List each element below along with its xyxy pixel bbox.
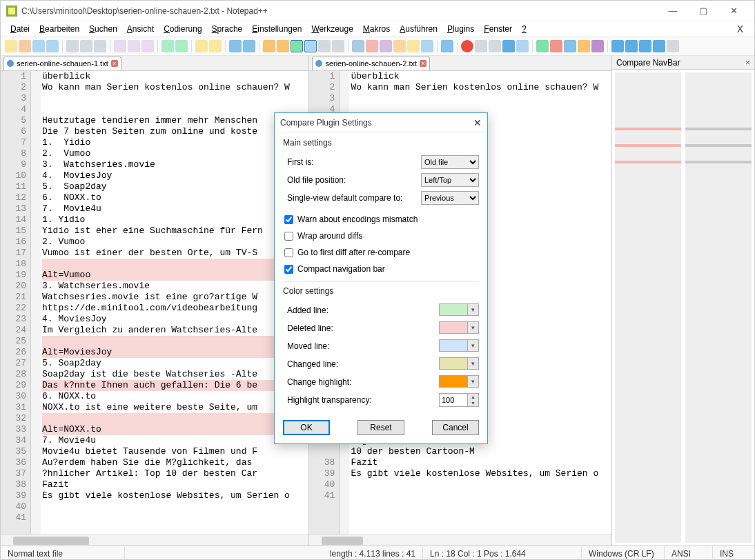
reset-button[interactable]: Reset bbox=[357, 420, 404, 435]
ok-button[interactable]: OK bbox=[283, 420, 330, 435]
status-ins[interactable]: INS bbox=[713, 546, 754, 560]
tool-clear-icon[interactable] bbox=[550, 40, 562, 52]
tool-zoomin-icon[interactable] bbox=[229, 40, 242, 52]
menu-bearbeiten[interactable]: Bearbeiten bbox=[35, 23, 84, 35]
maximize-button[interactable]: ▢ bbox=[688, 1, 718, 21]
added-color[interactable]: ▾ bbox=[439, 303, 479, 316]
status-encoding[interactable]: ANSI bbox=[665, 546, 713, 560]
right-tab[interactable]: serien-online-schauen-2.txt × bbox=[312, 57, 430, 70]
deleted-color[interactable]: ▾ bbox=[439, 321, 479, 334]
cancel-button[interactable]: Cancel bbox=[432, 420, 479, 435]
menu-makros[interactable]: Makros bbox=[359, 23, 394, 35]
tool-sync-v-icon[interactable] bbox=[263, 40, 275, 52]
chk-goto-input[interactable] bbox=[284, 248, 293, 257]
tool-playmulti-icon[interactable] bbox=[502, 40, 515, 52]
spin-down-icon[interactable]: ▼ bbox=[468, 400, 478, 406]
chk-compact-input[interactable] bbox=[284, 265, 293, 274]
tool-close-icon[interactable] bbox=[66, 40, 79, 52]
chk-goto[interactable]: Go to first diff after re-compare bbox=[283, 244, 479, 261]
menu-help[interactable]: ? bbox=[518, 23, 531, 35]
tool-paste-icon[interactable] bbox=[141, 40, 154, 52]
left-tab[interactable]: serien-online-schauen-1.txt × bbox=[3, 57, 121, 70]
tool-nav2-icon[interactable] bbox=[625, 40, 638, 52]
tool-replace-icon[interactable] bbox=[209, 40, 222, 52]
chk-warn[interactable]: Warn about encodings mismatch bbox=[283, 211, 479, 228]
close-tab-icon[interactable]: × bbox=[420, 60, 426, 67]
menu-werkzeuge[interactable]: Werkzeuge bbox=[307, 23, 357, 35]
hl-trans-spin[interactable]: ▲▼ bbox=[439, 393, 479, 407]
menu-plugins[interactable]: Plugins bbox=[443, 23, 478, 35]
close-tab-icon[interactable]: × bbox=[111, 60, 118, 67]
tool-docmap-icon[interactable] bbox=[421, 40, 433, 52]
tool-allchars-icon[interactable] bbox=[304, 40, 317, 52]
dialog-close-icon[interactable]: ✕ bbox=[473, 117, 482, 128]
first-is-select[interactable]: Old file bbox=[421, 155, 479, 169]
spin-up-icon[interactable]: ▲ bbox=[468, 394, 478, 400]
tool-redo-icon[interactable] bbox=[175, 40, 188, 52]
nav-col-right[interactable] bbox=[685, 72, 752, 543]
hl-trans-input[interactable] bbox=[440, 394, 467, 406]
menu-ansicht[interactable]: Ansicht bbox=[123, 23, 158, 35]
dialog-titlebar[interactable]: Compare Plugin Settings ✕ bbox=[275, 113, 487, 132]
menu-suchen[interactable]: Suchen bbox=[85, 23, 121, 35]
close-button[interactable]: ✕ bbox=[718, 1, 749, 21]
tool-copy-icon[interactable] bbox=[128, 40, 140, 52]
tool-last-icon[interactable] bbox=[667, 40, 679, 52]
menu-codierung[interactable]: Codierung bbox=[159, 23, 206, 35]
chk-wrap[interactable]: Wrap around diffs bbox=[283, 228, 479, 244]
minimize-button[interactable]: — bbox=[658, 1, 688, 21]
tool-guide-icon[interactable] bbox=[332, 40, 344, 52]
tool-lang-icon[interactable] bbox=[352, 40, 364, 52]
tool-doc-icon[interactable] bbox=[393, 40, 406, 52]
highlight-color[interactable]: ▾ bbox=[439, 375, 479, 388]
tool-save-icon[interactable] bbox=[32, 40, 45, 52]
tool-print-icon[interactable] bbox=[94, 40, 106, 52]
tool-savemacro-icon[interactable] bbox=[516, 40, 529, 52]
tool-indent-icon[interactable] bbox=[318, 40, 331, 52]
tool-open-icon[interactable] bbox=[19, 40, 31, 52]
nav-col-left[interactable] bbox=[615, 72, 681, 543]
tool-undo-icon[interactable] bbox=[161, 40, 174, 52]
tool-stop-icon[interactable] bbox=[475, 40, 487, 52]
chk-compact[interactable]: Compact navigation bar bbox=[283, 261, 479, 277]
tool-next-icon[interactable] bbox=[591, 40, 604, 52]
left-editor[interactable]: 1234567891011121314151617181920212223242… bbox=[1, 71, 308, 534]
tool-closeall-icon[interactable] bbox=[80, 40, 92, 52]
tool-func-icon[interactable] bbox=[366, 40, 378, 52]
menu-datei[interactable]: Datei bbox=[6, 23, 34, 35]
menu-einstellungen[interactable]: Einstellungen bbox=[248, 23, 306, 35]
tool-wrap-icon[interactable] bbox=[291, 40, 303, 52]
moved-color[interactable]: ▾ bbox=[439, 339, 479, 352]
tool-map-icon[interactable] bbox=[407, 40, 420, 52]
tool-find-icon[interactable] bbox=[195, 40, 208, 52]
tool-saveall-icon[interactable] bbox=[46, 40, 59, 52]
menu-fenster[interactable]: Fenster bbox=[480, 23, 516, 35]
tool-folder-icon[interactable] bbox=[380, 40, 392, 52]
chk-warn-input[interactable] bbox=[284, 215, 293, 224]
left-hscrollbar[interactable] bbox=[1, 534, 308, 546]
tool-nav3-icon[interactable] bbox=[639, 40, 651, 52]
tool-nav1-icon[interactable] bbox=[611, 40, 624, 52]
tool-cut-icon[interactable] bbox=[114, 40, 126, 52]
tool-new-icon[interactable] bbox=[5, 40, 17, 52]
menu-sprache[interactable]: Sprache bbox=[208, 23, 247, 35]
single-view-select[interactable]: Previous bbox=[421, 191, 479, 205]
menu-close-icon[interactable]: X bbox=[732, 23, 749, 34]
tool-first-icon[interactable] bbox=[564, 40, 576, 52]
tool-play-icon[interactable] bbox=[489, 40, 501, 52]
panel-close-icon[interactable]: × bbox=[745, 58, 750, 68]
tool-compare-icon[interactable] bbox=[536, 40, 549, 52]
chk-wrap-input[interactable] bbox=[284, 232, 293, 241]
tool-nav4-icon[interactable] bbox=[653, 40, 665, 52]
right-hscrollbar[interactable] bbox=[309, 534, 611, 546]
tool-prev-icon[interactable] bbox=[578, 40, 590, 52]
old-pos-select[interactable]: Left/Top bbox=[421, 173, 479, 187]
status-eol[interactable]: Windows (CR LF) bbox=[582, 546, 665, 560]
menu-ausfuehren[interactable]: Ausführen bbox=[395, 23, 442, 35]
tool-record-icon[interactable] bbox=[461, 40, 473, 52]
changed-color[interactable]: ▾ bbox=[439, 357, 479, 370]
tool-zoomout-icon[interactable] bbox=[243, 40, 255, 52]
left-code[interactable]: überblickWo kann man Serien kostenlos on… bbox=[41, 71, 308, 534]
tool-monitor-icon[interactable] bbox=[441, 40, 453, 52]
compare-navbar-body[interactable] bbox=[612, 70, 754, 546]
